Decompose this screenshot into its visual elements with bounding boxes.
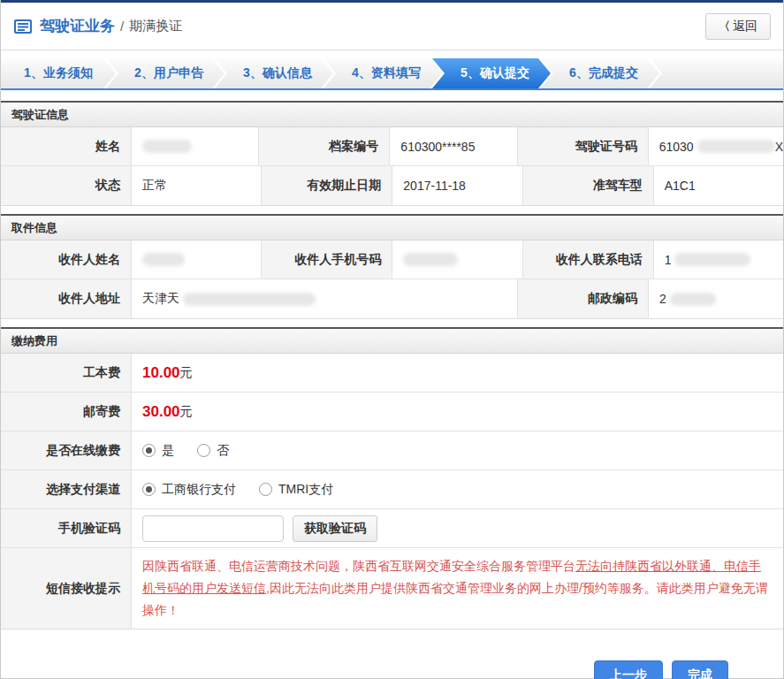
- get-sms-code-button[interactable]: 获取验证码: [293, 515, 377, 542]
- step-wizard: 1、业务须知 2、用户申告 3、确认信息 4、资料填写 5、确认提交 6、完成提…: [1, 50, 783, 90]
- fee-unit: 元: [180, 404, 193, 420]
- label-postal-code: 邮政编码: [518, 279, 649, 318]
- radio-label: 是: [162, 443, 174, 459]
- label-recipient-address: 收件人地址: [1, 279, 132, 318]
- radio-unselected-icon: [259, 483, 272, 496]
- redacted-value: [403, 253, 458, 266]
- value-postage-fee: 30.00元: [132, 393, 783, 431]
- value-recipient-mobile: [392, 240, 522, 278]
- value-pay-online: 是 否: [132, 431, 783, 469]
- back-button[interactable]: 〈返回: [705, 13, 771, 40]
- table-row: 状态 正常 有效期止日期 2017-11-18 准驾车型 A1C1: [1, 166, 783, 205]
- fee-unit: 元: [180, 365, 193, 381]
- redacted-value: [142, 140, 192, 153]
- sms-notice-text: 因陕西省联通、电信运营商技术问题，陕西省互联网交通安全综合服务管理平台无法向持陕…: [142, 555, 771, 622]
- label-production-fee: 工本费: [1, 354, 132, 392]
- label-sms-notice: 短信接收提示: [1, 548, 132, 629]
- redacted-value: [674, 253, 750, 266]
- label-recipient-phone: 收件人联系电话: [523, 240, 654, 278]
- label-status: 状态: [1, 166, 132, 205]
- value-sms-notice: 因陕西省联通、电信运营商技术问题，陕西省互联网交通安全综合服务管理平台无法向持陕…: [132, 548, 783, 629]
- radio-pay-online-no[interactable]: 否: [197, 443, 229, 459]
- value-license-number: 61030X: [649, 127, 783, 165]
- value-production-fee: 10.00元: [132, 354, 783, 392]
- radio-unselected-icon: [197, 444, 210, 457]
- value-status: 正常: [132, 166, 262, 205]
- back-button-label: 返回: [733, 19, 757, 33]
- label-vehicle-class: 准驾车型: [523, 166, 654, 205]
- radio-label: TMRI支付: [278, 482, 333, 498]
- previous-step-button[interactable]: 上一步: [594, 660, 663, 679]
- breadcrumb-current: 期满换证: [129, 18, 182, 34]
- value-sms-code: 获取验证码: [132, 509, 783, 547]
- fee-amount: 10.00: [142, 364, 180, 382]
- document-list-icon: [13, 19, 33, 34]
- sms-code-input[interactable]: [142, 515, 284, 542]
- online-payment-row: 是否在线缴费 是 否: [1, 431, 783, 470]
- table-row: 姓名 档案编号 610300****85 驾驶证号码 61030X: [1, 127, 783, 166]
- label-postage-fee: 邮寄费: [1, 393, 132, 431]
- chevron-left-icon: 〈: [719, 19, 730, 33]
- value-recipient-name: [132, 240, 262, 278]
- label-sms-code: 手机验证码: [1, 509, 132, 547]
- footer-actions: 上一步 完成: [1, 637, 783, 679]
- fee-row: 邮寄费 30.00元: [1, 393, 783, 431]
- radio-selected-icon: [142, 444, 156, 457]
- step-5-confirm-submit-active[interactable]: 5、确认提交: [432, 58, 551, 88]
- value-expiry-date: 2017-11-18: [392, 166, 522, 205]
- step-bar-filler: [650, 58, 783, 88]
- step-3-confirm-info[interactable]: 3、确认信息: [215, 58, 333, 88]
- section-title: 驾驶证信息: [1, 101, 783, 127]
- radio-channel-icbc[interactable]: 工商银行支付: [142, 482, 236, 498]
- redacted-value: [183, 293, 316, 306]
- label-recipient-mobile: 收件人手机号码: [262, 240, 392, 278]
- value-file-number: 610300****85: [390, 127, 517, 165]
- fee-row: 工本费 10.00元: [1, 354, 783, 393]
- section-title: 取件信息: [1, 214, 783, 240]
- payment-channel-row: 选择支付渠道 工商银行支付 TMRI支付: [1, 470, 783, 509]
- value-recipient-phone: 1: [654, 240, 783, 278]
- value-postal-code: 2: [649, 279, 783, 318]
- radio-label: 否: [217, 443, 229, 459]
- label-payment-channel: 选择支付渠道: [1, 470, 132, 508]
- page-title: 驾驶证业务: [40, 16, 115, 36]
- label-file-number: 档案编号: [259, 127, 390, 165]
- sms-notice-row: 短信接收提示 因陕西省联通、电信运营商技术问题，陕西省互联网交通安全综合服务管理…: [1, 548, 783, 629]
- finish-button[interactable]: 完成: [672, 660, 728, 679]
- section-title: 缴纳费用: [1, 327, 783, 354]
- fee-amount: 30.00: [142, 403, 180, 421]
- radio-channel-tmri[interactable]: TMRI支付: [259, 482, 333, 498]
- label-expiry-date: 有效期止日期: [262, 166, 392, 205]
- label-license-number: 驾驶证号码: [518, 127, 649, 165]
- label-pay-online: 是否在线缴费: [1, 431, 132, 469]
- table-row: 收件人地址 天津天 邮政编码 2: [1, 279, 783, 318]
- page: 驾驶证业务 / 期满换证 〈返回 1、业务须知 2、用户申告 3、确认信息 4、…: [0, 0, 784, 679]
- redacted-value: [697, 140, 775, 153]
- label-recipient-name: 收件人姓名: [1, 240, 132, 278]
- section-payment: 缴纳费用 工本费 10.00元 邮寄费 30.00元 是否在线缴费 是: [1, 327, 783, 629]
- section-license-info: 驾驶证信息 姓名 档案编号 610300****85 驾驶证号码 61030X …: [1, 101, 783, 206]
- step-6-finish-submit[interactable]: 6、完成提交: [541, 58, 659, 88]
- label-name: 姓名: [1, 127, 132, 165]
- step-2-user-declaration[interactable]: 2、用户申告: [106, 58, 225, 88]
- value-recipient-address: 天津天: [132, 279, 518, 318]
- radio-label: 工商银行支付: [162, 482, 236, 498]
- value-payment-channel: 工商银行支付 TMRI支付: [132, 470, 783, 508]
- table-row: 收件人姓名 收件人手机号码 收件人联系电话 1: [1, 240, 783, 279]
- step-1-business-notice[interactable]: 1、业务须知: [1, 58, 116, 88]
- page-header: 驾驶证业务 / 期满换证 〈返回: [1, 3, 783, 50]
- breadcrumb-separator: /: [120, 19, 124, 34]
- redacted-value: [142, 253, 185, 266]
- value-name: [132, 127, 259, 165]
- value-vehicle-class: A1C1: [654, 166, 783, 205]
- redacted-value: [670, 293, 716, 306]
- main-content: 驾驶证信息 姓名 档案编号 610300****85 驾驶证号码 61030X …: [1, 90, 783, 679]
- section-pickup-info: 取件信息 收件人姓名 收件人手机号码 收件人联系电话 1 收件人地址 天津天 邮…: [1, 214, 783, 319]
- radio-pay-online-yes[interactable]: 是: [142, 443, 174, 459]
- step-4-fill-info[interactable]: 4、资料填写: [323, 58, 442, 88]
- sms-code-row: 手机验证码 获取验证码: [1, 509, 783, 548]
- radio-selected-icon: [142, 483, 156, 496]
